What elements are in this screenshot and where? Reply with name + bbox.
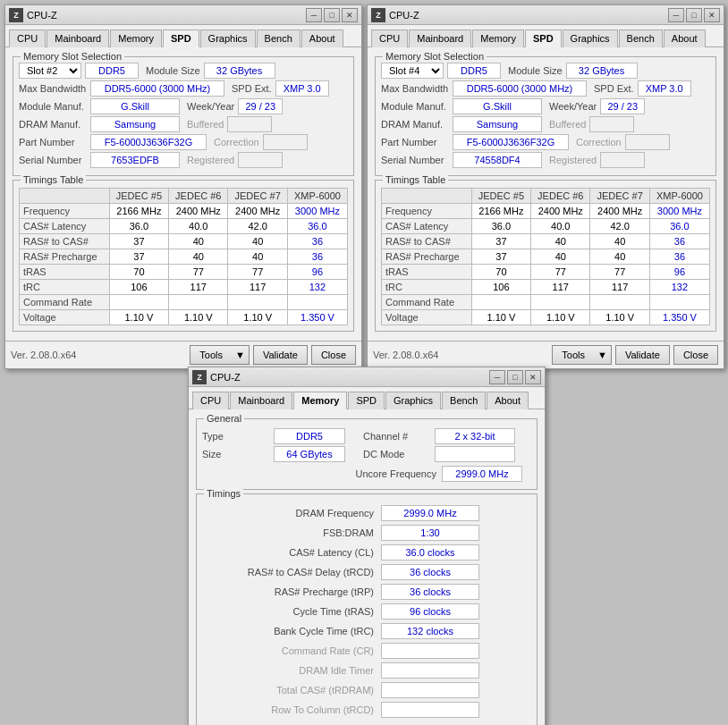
minimize-btn-3[interactable]: ─ bbox=[489, 370, 505, 384]
tools-dropdown-1[interactable]: ▼ bbox=[232, 345, 250, 365]
tab-memory-1[interactable]: Memory bbox=[110, 30, 162, 47]
registered-label-1: Registered bbox=[187, 155, 234, 165]
window-1: Z CPU-Z ─ □ ✕ CPU Mainboard Memory SPD G… bbox=[4, 4, 362, 369]
correction-val-1 bbox=[263, 134, 308, 150]
maximize-btn-2[interactable]: □ bbox=[686, 8, 702, 22]
tools-dropdown-2[interactable]: ▼ bbox=[594, 345, 612, 365]
close-btn-2[interactable]: ✕ bbox=[704, 8, 720, 22]
tab-mainboard-1[interactable]: Mainboard bbox=[47, 30, 109, 47]
close-window-btn-2[interactable]: Close bbox=[673, 345, 718, 365]
minimize-btn-2[interactable]: ─ bbox=[668, 8, 684, 22]
timing-cell: 42.0 bbox=[228, 219, 287, 234]
timing-cell: 40 bbox=[531, 249, 590, 265]
serial-row-2: Serial Number 74558DF4 Registered bbox=[381, 152, 710, 168]
timing-cell: 36.0 bbox=[287, 219, 347, 234]
timing-cell: 36 bbox=[649, 249, 709, 265]
tab-cpu-1[interactable]: CPU bbox=[9, 30, 46, 47]
tab-bench-1[interactable]: Bench bbox=[257, 30, 301, 47]
validate-btn-1[interactable]: Validate bbox=[253, 345, 308, 365]
slot-select-1[interactable]: Slot #2 Slot #1 Slot #3 Slot #4 bbox=[19, 63, 81, 79]
version-2: Ver. 2.08.0.x64 bbox=[373, 350, 548, 360]
col-header-empty-1 bbox=[20, 189, 110, 204]
close-btn-3[interactable]: ✕ bbox=[525, 370, 541, 384]
timing-cell: 2400 MHz bbox=[531, 204, 590, 219]
tab-memory-3[interactable]: Memory bbox=[293, 392, 347, 409]
manuf-row-1: Module Manuf. G.Skill Week/Year 29 / 23 bbox=[19, 98, 348, 114]
tab-cpu-2[interactable]: CPU bbox=[371, 30, 408, 47]
max-bw-label-1: Max Bandwidth bbox=[19, 83, 90, 94]
timing-cell: 40 bbox=[590, 234, 649, 249]
col-xmp-2: XMP-6000 bbox=[649, 189, 709, 204]
tab-about-2[interactable]: About bbox=[664, 30, 706, 47]
size-label-3: Size bbox=[202, 449, 274, 459]
tab-spd-3[interactable]: SPD bbox=[348, 392, 385, 409]
general-label-3: General bbox=[204, 413, 244, 424]
title-3: CPU-Z bbox=[210, 372, 489, 383]
window-controls-2: ─ □ ✕ bbox=[668, 8, 720, 22]
type-val-3: DDR5 bbox=[274, 428, 345, 444]
tools-btn-2[interactable]: Tools bbox=[552, 345, 594, 365]
module-manuf-2: G.Skill bbox=[453, 98, 542, 114]
maximize-btn-1[interactable]: □ bbox=[324, 8, 340, 22]
size-val-3: 64 GBytes bbox=[274, 446, 345, 462]
col-jedec7-2: JEDEC #7 bbox=[590, 189, 649, 204]
mem-timing-label: Command Rate (CR) bbox=[202, 645, 381, 656]
tab-about-1[interactable]: About bbox=[301, 30, 343, 47]
tab-bench-2[interactable]: Bench bbox=[619, 30, 663, 47]
mem-timing-row: Total CAS# (tRDRAM) bbox=[202, 681, 531, 698]
maximize-btn-3[interactable]: □ bbox=[507, 370, 523, 384]
dcmode-label-3: DC Mode bbox=[363, 449, 435, 459]
tab-spd-2[interactable]: SPD bbox=[525, 30, 562, 47]
timing-cell: 36.0 bbox=[109, 219, 168, 234]
slot-selection-group-1: Memory Slot Selection Slot #2 Slot #1 Sl… bbox=[13, 56, 354, 176]
mem-timing-label: Total CAS# (tRDRAM) bbox=[202, 685, 381, 695]
slot-selection-label-2: Memory Slot Selection bbox=[383, 51, 487, 62]
timings-table-1: JEDEC #5 JEDEC #6 JEDEC #7 XMP-6000 Freq… bbox=[19, 188, 348, 325]
timing-cell bbox=[590, 295, 649, 310]
window-controls-3: ─ □ ✕ bbox=[489, 370, 541, 384]
channel-label-3: Channel # bbox=[363, 431, 435, 442]
timing-row-label: CAS# Latency bbox=[382, 219, 472, 234]
timing-cell: 132 bbox=[649, 280, 709, 295]
content-3: General Type DDR5 Size 64 GBytes Channel… bbox=[189, 409, 545, 725]
tabbar-2: CPU Mainboard Memory SPD Graphics Bench … bbox=[368, 25, 724, 47]
close-btn-1[interactable]: ✕ bbox=[342, 8, 358, 22]
tab-memory-2[interactable]: Memory bbox=[472, 30, 524, 47]
general-left-3: Type DDR5 Size 64 GBytes bbox=[202, 426, 345, 464]
mem-timing-value bbox=[381, 702, 479, 718]
timing-row-label: Voltage bbox=[20, 310, 110, 325]
timing-cell: 40 bbox=[531, 234, 590, 249]
mem-timing-row: Row To Column (tRCD) bbox=[202, 701, 531, 718]
part-num-2: F5-6000J3636F32G bbox=[453, 134, 569, 150]
window-3: Z CPU-Z ─ □ ✕ CPU Mainboard Memory SPD G… bbox=[188, 367, 546, 725]
tab-bench-3[interactable]: Bench bbox=[442, 392, 486, 409]
serial-label-1: Serial Number bbox=[19, 155, 90, 165]
timing-cell: 2166 MHz bbox=[109, 204, 168, 219]
mem-timing-label: Cycle Time (tRAS) bbox=[202, 606, 381, 617]
tab-graphics-2[interactable]: Graphics bbox=[563, 30, 618, 47]
tab-mainboard-3[interactable]: Mainboard bbox=[230, 392, 292, 409]
timing-cell: 77 bbox=[228, 265, 287, 280]
tab-spd-1[interactable]: SPD bbox=[163, 30, 199, 47]
tab-mainboard-2[interactable]: Mainboard bbox=[409, 30, 471, 47]
timing-cell: 40 bbox=[169, 234, 228, 249]
minimize-btn-1[interactable]: ─ bbox=[306, 8, 322, 22]
tab-cpu-3[interactable]: CPU bbox=[192, 392, 229, 409]
timing-row-label: tRC bbox=[382, 280, 472, 295]
bandwidth-row-2: Max Bandwidth DDR5-6000 (3000 MHz) SPD E… bbox=[381, 80, 710, 97]
validate-btn-2[interactable]: Validate bbox=[615, 345, 670, 365]
slot-select-2[interactable]: Slot #4 Slot #1 Slot #2 Slot #3 bbox=[381, 63, 444, 79]
tab-graphics-3[interactable]: Graphics bbox=[385, 392, 441, 409]
timing-cell: 42.0 bbox=[590, 219, 649, 234]
tab-graphics-1[interactable]: Graphics bbox=[200, 30, 256, 47]
slot-type-2: DDR5 bbox=[447, 63, 501, 79]
tab-about-3[interactable]: About bbox=[487, 392, 529, 409]
tools-btn-1[interactable]: Tools bbox=[190, 345, 232, 365]
titlebar-2: Z CPU-Z ─ □ ✕ bbox=[368, 5, 724, 25]
module-size-1: 32 GBytes bbox=[204, 63, 275, 79]
timing-cell: 3000 MHz bbox=[287, 204, 347, 219]
module-manuf-label-1: Module Manuf. bbox=[19, 101, 90, 112]
dram-manuf-row-1: DRAM Manuf. Samsung Buffered bbox=[19, 116, 348, 132]
spd-ext-label-1: SPD Ext. bbox=[232, 83, 272, 94]
close-window-btn-1[interactable]: Close bbox=[311, 345, 356, 365]
